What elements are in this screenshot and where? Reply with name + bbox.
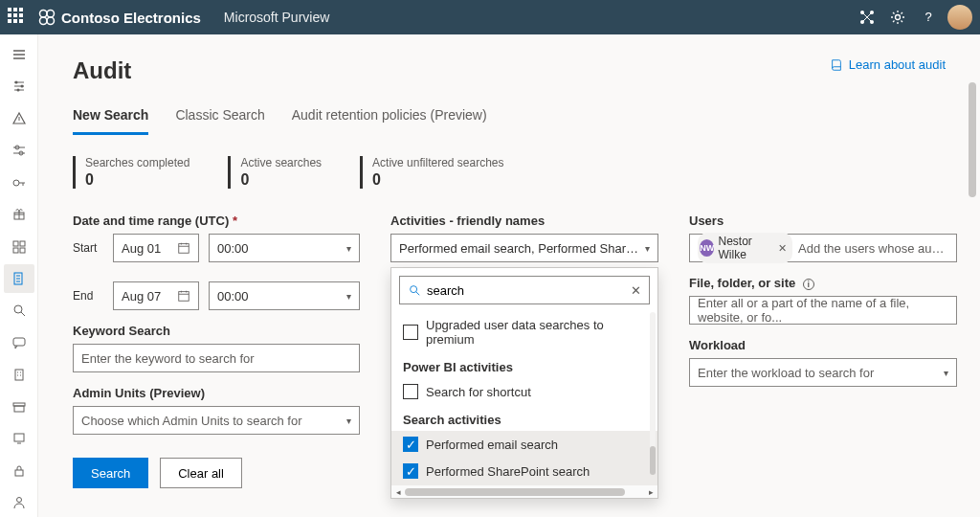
users-input[interactable]: NW Nestor Wilke ✕ Add the users whose au… — [689, 234, 957, 262]
rail-device-icon[interactable] — [4, 425, 34, 453]
main-content: Audit Learn about audit New Search Class… — [38, 34, 980, 517]
remove-chip-icon[interactable]: ✕ — [778, 242, 787, 255]
svg-rect-24 — [13, 338, 25, 346]
tab-classic-search[interactable]: Classic Search — [175, 101, 264, 134]
stat-unfiltered: Active unfiltered searches 0 — [360, 156, 503, 189]
user-chip[interactable]: NW Nestor Wilke ✕ — [698, 233, 792, 263]
info-icon[interactable]: i — [803, 279, 814, 290]
svg-point-11 — [20, 85, 23, 88]
workload-select[interactable]: Enter the workload to search for ▾ — [689, 358, 957, 387]
dropdown-scrollbar-track[interactable] — [650, 312, 656, 467]
svg-point-0 — [40, 11, 48, 18]
svg-point-23 — [14, 305, 22, 313]
connections-icon[interactable] — [852, 2, 882, 33]
learn-link[interactable]: Learn about audit — [830, 57, 946, 72]
dropdown-group-powerbi: Power BI activities — [391, 352, 657, 378]
admin-units-label: Admin Units (Preview) — [73, 386, 360, 400]
file-label: File, folder, or site i — [689, 276, 957, 290]
svg-rect-27 — [14, 406, 24, 412]
org-brand: Contoso Electronics — [38, 9, 201, 26]
svg-rect-21 — [20, 248, 25, 253]
tab-retention-policies[interactable]: Audit retention policies (Preview) — [292, 101, 487, 134]
dropdown-option-upgraded[interactable]: Upgraded user data searches to premium — [391, 312, 657, 352]
admin-units-select[interactable]: Choose which Admin Units to search for ▾ — [73, 406, 360, 435]
checkbox-checked[interactable]: ✓ — [403, 437, 418, 452]
rail-key-icon[interactable] — [4, 169, 34, 196]
dropdown-search-input[interactable] — [427, 283, 625, 298]
rail-alert-icon[interactable] — [4, 104, 34, 132]
rail-chat-icon[interactable] — [4, 328, 34, 356]
app-launcher-icon[interactable] — [8, 8, 27, 27]
workload-label: Workload — [689, 338, 957, 352]
activities-label: Activities - friendly names — [390, 214, 658, 228]
user-avatar[interactable] — [947, 5, 972, 30]
org-name: Contoso Electronics — [61, 10, 201, 26]
rail-audit-icon[interactable] — [4, 264, 34, 292]
top-bar: Contoso Electronics Microsoft Purview ? — [0, 0, 980, 34]
checkbox[interactable] — [403, 325, 418, 340]
rail-lock-icon[interactable] — [4, 457, 34, 484]
rail-person-icon[interactable] — [4, 489, 34, 517]
svg-rect-18 — [13, 241, 18, 246]
scroll-left-icon[interactable]: ◂ — [391, 485, 405, 499]
settings-icon[interactable] — [882, 2, 913, 33]
keyword-label: Keyword Search — [73, 324, 360, 338]
svg-point-8 — [896, 15, 901, 20]
end-time-input[interactable]: 00:00 ▾ — [209, 281, 360, 310]
svg-point-10 — [14, 81, 17, 84]
keyword-input[interactable]: Enter the keyword to search for — [73, 344, 360, 372]
scrollbar-thumb[interactable] — [969, 82, 976, 197]
end-date-input[interactable]: Aug 07 — [113, 281, 199, 310]
stat-active: Active searches 0 — [228, 156, 322, 189]
dropdown-horizontal-scrollbar[interactable]: ◂ ▸ — [391, 484, 657, 498]
rail-menu-icon[interactable] — [4, 40, 34, 68]
file-input[interactable]: Enter all or a part of the name of a fil… — [689, 296, 957, 325]
product-name: Microsoft Purview — [224, 10, 329, 25]
rail-archive-icon[interactable] — [4, 393, 34, 420]
logo-icon — [38, 9, 56, 26]
help-icon[interactable]: ? — [913, 2, 944, 33]
svg-rect-20 — [13, 248, 18, 253]
calendar-icon — [177, 241, 190, 255]
date-range-label: Date and time range (UTC) * — [73, 214, 360, 228]
svg-point-2 — [40, 17, 48, 25]
start-time-input[interactable]: 00:00 ▾ — [209, 234, 360, 262]
users-label: Users — [689, 214, 957, 228]
checkbox-checked[interactable]: ✓ — [403, 463, 418, 479]
checkbox[interactable] — [403, 384, 418, 399]
rail-gift-icon[interactable] — [4, 200, 34, 228]
tab-new-search[interactable]: New Search — [73, 101, 148, 135]
search-button[interactable]: Search — [73, 458, 148, 488]
scroll-right-icon[interactable]: ▸ — [644, 485, 657, 499]
tabs: New Search Classic Search Audit retentio… — [73, 101, 946, 135]
clear-search-icon[interactable]: ✕ — [631, 283, 641, 298]
svg-point-33 — [411, 286, 417, 293]
svg-point-16 — [13, 180, 19, 186]
dropdown-option-email-search[interactable]: ✓ Performed email search — [391, 431, 657, 458]
dropdown-group-search: Search activities — [391, 405, 657, 431]
rail-settings-icon[interactable] — [4, 136, 34, 164]
rail-building-icon[interactable] — [4, 361, 34, 389]
start-date-input[interactable]: Aug 01 — [113, 234, 199, 262]
start-label: Start — [73, 241, 103, 255]
activities-dropdown: ✕ Upgraded user data searches to premium… — [390, 267, 658, 499]
book-icon — [830, 58, 843, 72]
dropdown-option-sharepoint-search[interactable]: ✓ Performed SharePoint search — [391, 458, 657, 484]
rail-sliders-icon[interactable] — [4, 72, 34, 100]
svg-point-12 — [16, 89, 19, 92]
rail-search-icon[interactable] — [4, 297, 34, 325]
dropdown-search[interactable]: ✕ — [399, 276, 650, 304]
calendar-icon — [177, 289, 190, 303]
page-title: Audit — [73, 57, 131, 84]
hscroll-thumb[interactable] — [405, 488, 625, 496]
clear-all-button[interactable]: Clear all — [160, 458, 242, 488]
svg-rect-28 — [14, 434, 24, 441]
dropdown-scrollbar-thumb[interactable] — [650, 446, 656, 475]
chevron-down-icon: ▾ — [645, 243, 650, 254]
stat-completed: Searches completed 0 — [73, 156, 189, 189]
activities-select[interactable]: Performed email search, Performed ShareP… — [390, 234, 658, 262]
rail-grid-icon[interactable] — [4, 233, 34, 260]
svg-point-3 — [47, 17, 55, 25]
dropdown-option-shortcut[interactable]: Search for shortcut — [391, 378, 657, 405]
svg-rect-29 — [15, 470, 23, 476]
